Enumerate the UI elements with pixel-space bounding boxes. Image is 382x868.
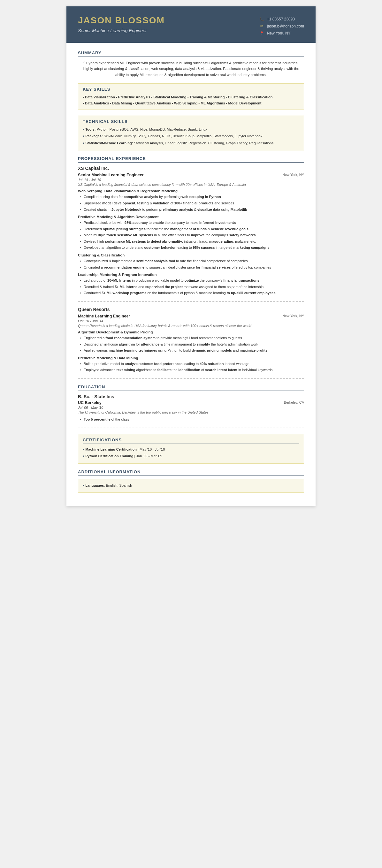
additional-section: ADDITIONAL INFORMATION Languages: Englis… [78, 469, 304, 493]
cert-ml: Machine Learning Certification | May '10… [83, 446, 299, 454]
location-icon: 📍 [259, 31, 264, 36]
edu-dates: Jul '06 - May '10 [78, 406, 304, 409]
subsec-algorithm-dev: Algorithm Development & Dynamic Pricing [78, 330, 304, 334]
cert-box: CERTIFICATIONS Machine Learning Certific… [78, 434, 304, 464]
divider-1 [78, 301, 304, 302]
job-header-queen: Machine Learning Engineer New York, NY [78, 314, 304, 318]
bullet-item: Built a predictive model to analyze cust… [79, 361, 304, 367]
job-location-xs: New York, NY [282, 173, 304, 177]
email-address: jason.b@horizon.com [267, 24, 304, 28]
technical-skills-section: TECHNICAL SKILLS Tools: Python, PostgreS… [78, 116, 304, 151]
subsec-web-scraping: Web Scraping, Data Visualization & Regre… [78, 189, 304, 193]
skills-line-1: • Data Visualization • Predictive Analys… [83, 94, 299, 100]
bullet-item: Originated a recommendation engine to su… [79, 265, 304, 271]
job-title-xs: Senior Machine Learning Engineer [78, 173, 144, 177]
edu-desc: The University of California, Berkeley i… [78, 410, 304, 414]
additional-title: ADDITIONAL INFORMATION [78, 469, 304, 476]
subsec-leadership: Leadership, Mentoring & Program Innovati… [78, 273, 304, 277]
tech-tools: Tools: Python, PostgreSQL, AWS, Hive, Mo… [83, 126, 299, 133]
bullet-item: Led a group of 10+ML Interns in producin… [79, 278, 304, 284]
tech-skills-box: TECHNICAL SKILLS Tools: Python, PostgreS… [78, 116, 304, 151]
bullets-algorithm-dev: Engineered a food recommendation system … [78, 335, 304, 353]
edu-header: UC Berkeley Berkeley, CA [78, 400, 304, 405]
experience-section: PROFESSIONAL EXPERIENCE XS Capital Inc. … [78, 156, 304, 379]
company-queen-resorts: Queen Resorts [78, 307, 304, 312]
email-contact: ✉ jason.b@horizon.com [259, 24, 304, 29]
resume-body: SUMMARY 9+ years experienced ML Engineer… [66, 43, 316, 506]
bullet-item: Created charts in Jupyter Notebook to pe… [79, 207, 304, 213]
summary-text: 9+ years experienced ML Engineer with pr… [78, 60, 304, 78]
bullet-item: Predicted stock price with 98% accuracy … [79, 220, 304, 226]
company-desc-xs: XS Capital is a leading financial & data… [78, 183, 304, 186]
bullet-item: Devised high-performance ML systems to d… [79, 239, 304, 245]
tech-skills-title: TECHNICAL SKILLS [83, 119, 299, 124]
bullets-web-scraping: Compiled pricing data for competitive an… [78, 194, 304, 212]
header-left: JASON BLOSSOM Senior Machine Learning En… [78, 15, 165, 33]
edu-institution: UC Berkeley [78, 400, 102, 405]
bullet-item: Developed an algorithm to understand cus… [79, 245, 304, 251]
key-skills-section: KEY SKILLS • Data Visualization • Predic… [78, 83, 304, 110]
divider-3 [78, 428, 304, 428]
divider-2 [78, 378, 304, 379]
location-contact: 📍 New York, NY [259, 31, 291, 36]
header-section: JASON BLOSSOM Senior Machine Learning En… [66, 6, 316, 43]
phone-number: +1 83657 23893 [267, 17, 295, 21]
bullets-predictive: Predicted stock price with 98% accuracy … [78, 220, 304, 251]
summary-section: SUMMARY 9+ years experienced ML Engineer… [78, 51, 304, 78]
bullet-item: Supervised model development, testing & … [79, 200, 304, 206]
bullet-item: Made multiple touch sensitive ML systems… [79, 232, 304, 238]
phone-contact: 📞 +1 83657 23893 [259, 17, 295, 22]
candidate-title: Senior Machine Learning Engineer [78, 28, 165, 33]
additional-box: Languages: English, Spanish [78, 479, 304, 493]
education-section: EDUCATION B. Sc. - Statistics UC Berkele… [78, 384, 304, 428]
subsec-predictive-queen: Predictive Modeling & Data Mining [78, 356, 304, 360]
bullets-clustering: Conceptualized & implemented a sentiment… [78, 258, 304, 270]
cert-python: Python Certification Training | Jan '09 … [83, 453, 299, 460]
certifications-section: CERTIFICATIONS Machine Learning Certific… [78, 434, 304, 464]
bullet-item: Compiled pricing data for competitive an… [79, 194, 304, 200]
bullet-item: Conducted 5+ ML workshop programs on the… [79, 290, 304, 296]
key-skills-title: KEY SKILLS [83, 87, 299, 92]
summary-title: SUMMARY [78, 51, 304, 57]
job-location-queen: New York, NY [282, 314, 304, 318]
email-icon: ✉ [259, 24, 264, 29]
bullet-item: Designed an in-house algorithm for atten… [79, 342, 304, 347]
edu-location: Berkeley, CA [284, 400, 304, 404]
bullets-predictive-queen: Built a predictive model to analyze cust… [78, 361, 304, 373]
bullet-item: Employed advanced text mining algorithms… [79, 367, 304, 373]
key-skills-box: KEY SKILLS • Data Visualization • Predic… [78, 83, 304, 110]
bullet-item: Recruited & trained 5+ ML interns and su… [79, 284, 304, 290]
header-contact: 📞 +1 83657 23893 ✉ jason.b@horizon.com 📍… [259, 17, 304, 36]
location-text: New York, NY [267, 31, 291, 35]
bullets-leadership: Led a group of 10+ML Interns in producin… [78, 278, 304, 296]
tech-stats: Statistics/Machine Learning: Statistical… [83, 140, 299, 147]
bullet-item: Conceptualized & implemented a sentiment… [79, 258, 304, 264]
company-desc-queen: Queen Resorts is a leading chain in USA … [78, 324, 304, 328]
edu-bullets: Top 5 percentile of the class [78, 417, 304, 423]
bullet-item: Top 5 percentile of the class [79, 417, 304, 423]
tech-packages: Packages: Scikit-Learn, NumPy, SciPy, Pa… [83, 133, 299, 140]
skills-line-2: • Data Analytics • Data Mining • Quantit… [83, 100, 299, 106]
subsec-clustering: Clustering & Classification [78, 253, 304, 257]
company-xs-capital: XS Capital Inc. [78, 166, 304, 171]
edu-degree: B. Sc. - Statistics [78, 394, 304, 399]
subsec-predictive: Predictive Modeling & Algorithm Developm… [78, 215, 304, 219]
resume-container: JASON BLOSSOM Senior Machine Learning En… [66, 6, 316, 506]
job-dates-xs: Jul '14 - Jul '19 [78, 178, 304, 182]
candidate-name: JASON BLOSSOM [78, 15, 165, 26]
bullet-item: Applied various machine learning techniq… [79, 348, 304, 353]
job-header-xs: Senior Machine Learning Engineer New Yor… [78, 173, 304, 177]
phone-icon: 📞 [259, 17, 264, 22]
bullet-item: Engineered a food recommendation system … [79, 335, 304, 341]
education-title: EDUCATION [78, 384, 304, 391]
job-dates-queen: Oct '10 - Jun '14 [78, 319, 304, 323]
add-languages: Languages: English, Spanish [83, 483, 299, 490]
cert-title: CERTIFICATIONS [83, 437, 299, 444]
experience-title: PROFESSIONAL EXPERIENCE [78, 156, 304, 162]
bullet-item: Determined optimal pricing strategies to… [79, 226, 304, 232]
job-title-queen: Machine Learning Engineer [78, 314, 130, 318]
